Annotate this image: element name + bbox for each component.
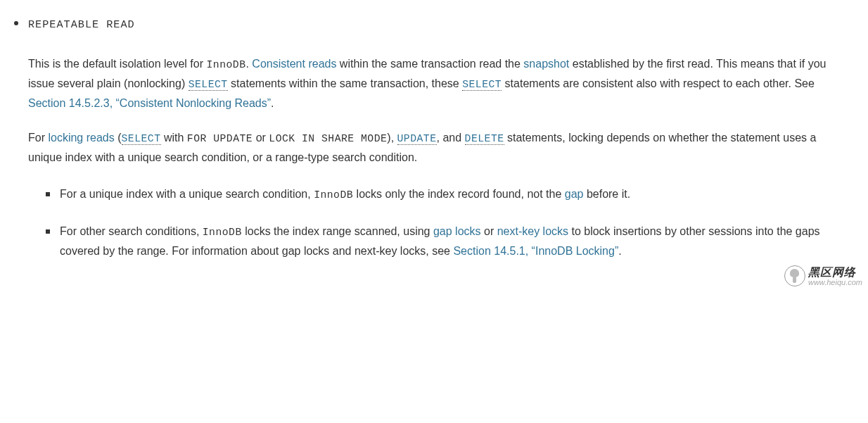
link-consistent-reads[interactable]: Consistent reads [252, 58, 336, 70]
link-section-innodb-locking[interactable]: Section 14.5.1, “InnoDB Locking” [453, 245, 618, 257]
text: with [161, 132, 187, 144]
text: For [28, 132, 48, 144]
text: before it. [583, 188, 630, 200]
text: ( [115, 132, 122, 144]
text: locks the index range scanned, using [242, 225, 433, 237]
other-conditions-item: For other search conditions, InnoDB lock… [60, 222, 833, 260]
text: This is the default isolation level for [28, 58, 206, 70]
paragraph-locking: For locking reads (SELECT with FOR UPDAT… [28, 128, 833, 167]
text: within the same transaction read the [336, 58, 523, 70]
text: or [481, 225, 497, 237]
watermark-text: 黑区网络 www.heiqu.com [808, 266, 862, 287]
text: . [271, 97, 274, 109]
code-innodb: InnoDB [206, 59, 245, 70]
condition-list: For a unique index with a unique search … [28, 184, 833, 260]
text: statements within the same transaction, … [228, 77, 463, 89]
code-innodb: InnoDB [203, 227, 242, 238]
code-innodb: InnoDB [314, 189, 353, 201]
text: ), [387, 132, 397, 144]
link-next-key-locks[interactable]: next-key locks [497, 225, 568, 237]
text: , and [437, 132, 465, 144]
link-delete-statement[interactable]: DELETE [465, 133, 504, 145]
link-select-statement[interactable]: SELECT [122, 133, 161, 145]
code-lock-share-mode: LOCK IN SHARE MODE [269, 133, 387, 144]
watermark-title: 黑区网络 [808, 266, 862, 279]
text: For a unique index with a unique search … [60, 188, 314, 200]
unique-index-item: For a unique index with a unique search … [60, 184, 833, 204]
link-section-consistent-reads[interactable]: Section 14.5.2.3, “Consistent Nonlocking… [28, 97, 271, 109]
link-snapshot[interactable]: snapshot [523, 58, 569, 70]
link-select-statement[interactable]: SELECT [462, 79, 502, 91]
watermark-url: www.heiqu.com [808, 278, 862, 286]
text: or [253, 132, 269, 144]
text: locks only the index record found, not t… [353, 188, 565, 200]
text: . [618, 245, 621, 257]
text: statements are consistent also with resp… [502, 77, 815, 89]
paragraph-intro: This is the default isolation level for … [28, 54, 833, 113]
link-select-statement[interactable]: SELECT [189, 79, 228, 91]
watermark: 黑区网络 www.heiqu.com [784, 265, 862, 286]
isolation-level-list: REPEATABLE READ This is the default isol… [0, 14, 868, 260]
mushroom-icon [784, 265, 805, 286]
link-gap[interactable]: gap [565, 188, 584, 200]
link-locking-reads[interactable]: locking reads [48, 132, 114, 144]
code-for-update: FOR UPDATE [187, 133, 253, 144]
link-gap-locks[interactable]: gap locks [433, 225, 481, 237]
link-update-statement[interactable]: UPDATE [397, 133, 437, 145]
repeatable-read-item: REPEATABLE READ This is the default isol… [28, 14, 868, 260]
text: For other search conditions, [60, 225, 203, 237]
term-title: REPEATABLE READ [28, 18, 135, 31]
